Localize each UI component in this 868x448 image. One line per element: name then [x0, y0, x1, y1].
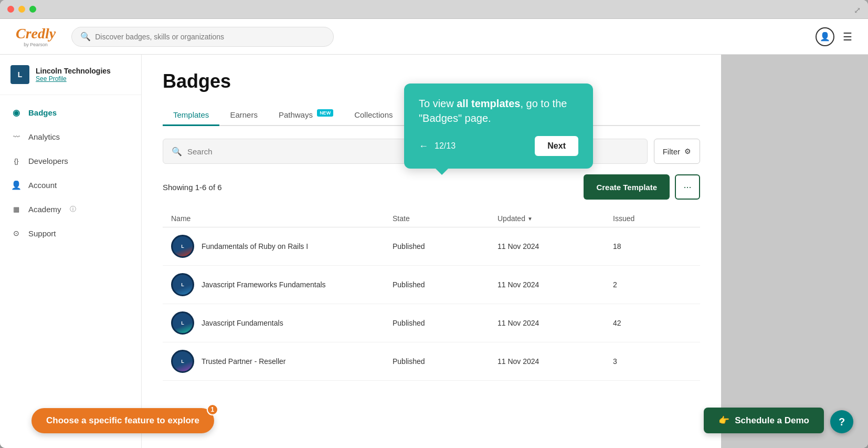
analytics-icon: 〰	[10, 131, 22, 142]
badge-name-cell: L Fundamentals of Ruby on Rails I	[171, 235, 393, 258]
grey-right-panel	[721, 55, 868, 448]
badge-icon: L	[171, 273, 194, 296]
sidebar-item-developers[interactable]: {} Developers	[0, 149, 141, 173]
table-row[interactable]: L Trusted Partner - Reseller Published 1…	[163, 342, 700, 381]
org-avatar: L	[10, 65, 29, 84]
tooltip-nav: ← 12/13	[419, 141, 456, 152]
sidebar-item-label-badges: Badges	[28, 108, 57, 117]
table-row[interactable]: L Javascript Frameworks Fundamentals Pub…	[163, 266, 700, 304]
user-avatar-icon: 👤	[820, 32, 830, 41]
table-row[interactable]: L Javascript Fundamentals Published 11 N…	[163, 304, 700, 342]
global-search-bar[interactable]: 🔍	[71, 27, 334, 47]
search-icon: 🔍	[172, 147, 182, 157]
sidebar-item-account[interactable]: 👤 Account	[0, 173, 141, 197]
showing-text: Showing 1-6 of 6	[163, 183, 222, 192]
logo-text: Credly	[16, 25, 56, 41]
filter-label: Filter	[663, 147, 680, 156]
fullscreen-button[interactable]	[29, 6, 36, 13]
badge-icon: L	[171, 311, 194, 335]
sidebar-item-academy[interactable]: ▦ Academy ⓘ	[0, 197, 141, 221]
tooltip-overlay: To view all templates, go to the "Badges…	[404, 84, 593, 169]
academy-icon: ▦	[10, 203, 22, 215]
schedule-demo-button[interactable]: 👉 Schedule a Demo	[704, 408, 824, 433]
more-options-button[interactable]: ···	[675, 174, 700, 200]
support-icon: ⊙	[10, 227, 22, 239]
col-name: Name	[171, 214, 393, 223]
sidebar-item-label-developers: Developers	[28, 157, 68, 165]
help-icon: ?	[839, 416, 845, 428]
actions-row: Showing 1-6 of 6 Create Template ···	[163, 174, 700, 200]
tooltip-footer: ← 12/13 Next	[419, 136, 578, 156]
demo-label: Schedule a Demo	[735, 415, 809, 426]
account-icon: 👤	[10, 179, 22, 191]
badge-icon: L	[171, 350, 194, 373]
nav-right: 👤 ☰	[816, 27, 852, 46]
filter-button[interactable]: Filter ⚙	[654, 139, 700, 164]
explore-features-button[interactable]: Choose a specific feature to explore 1	[31, 408, 214, 433]
close-button[interactable]	[7, 6, 14, 13]
see-profile-link[interactable]: See Profile	[36, 75, 111, 82]
table-header: Name State Updated ▼ Issued	[163, 210, 700, 227]
badge-name-cell: L Javascript Frameworks Fundamentals	[171, 273, 393, 296]
sidebar-item-badges[interactable]: ◉ Badges	[0, 100, 141, 124]
minimize-button[interactable]	[18, 6, 25, 13]
tooltip-arrow	[436, 169, 448, 175]
sidebar-item-label-analytics: Analytics	[28, 132, 60, 141]
org-name: Lincoln Technologies	[36, 67, 111, 75]
tooltip-text: To view all templates, go to the "Badges…	[419, 96, 578, 126]
logo[interactable]: Credly by Pearson	[16, 26, 56, 47]
user-icon[interactable]: 👤	[816, 27, 834, 46]
tooltip-next-button[interactable]: Next	[535, 136, 578, 156]
badge-icon: L	[171, 235, 194, 258]
sidebar-item-analytics[interactable]: 〰 Analytics	[0, 124, 141, 149]
create-template-button[interactable]: Create Template	[584, 174, 670, 200]
sidebar-item-label-academy: Academy	[28, 205, 61, 214]
sort-icon: ▼	[527, 216, 533, 222]
tab-collections[interactable]: Collections	[344, 105, 403, 126]
new-badge: NEW	[317, 109, 333, 117]
table-row[interactable]: L Fundamentals of Ruby on Rails I Publis…	[163, 227, 700, 266]
tooltip-back-arrow[interactable]: ←	[419, 141, 428, 152]
academy-info-icon: ⓘ	[70, 205, 76, 214]
explore-badge: 1	[207, 404, 218, 415]
col-issued: Issued	[613, 214, 692, 223]
sidebar-item-support[interactable]: ⊙ Support	[0, 221, 141, 245]
badge-name-cell: L Trusted Partner - Reseller	[171, 350, 393, 373]
col-updated[interactable]: Updated ▼	[497, 214, 613, 223]
actions-right: Create Template ···	[584, 174, 700, 200]
hamburger-menu-icon[interactable]: ☰	[843, 30, 852, 43]
explore-label: Choose a specific feature to explore	[46, 415, 199, 426]
search-icon: 🔍	[80, 32, 91, 41]
org-header: L Lincoln Technologies See Profile	[0, 65, 141, 95]
logo-sub: by Pearson	[16, 42, 56, 47]
badges-icon: ◉	[10, 107, 22, 118]
title-bar: ⤢	[0, 0, 868, 19]
filter-icon: ⚙	[684, 147, 691, 155]
tab-earners[interactable]: Earners	[219, 105, 268, 126]
tooltip-progress: 12/13	[435, 141, 456, 151]
help-button[interactable]: ?	[830, 410, 853, 433]
sidebar: L Lincoln Technologies See Profile ◉ Bad…	[0, 55, 142, 448]
sidebar-item-label-support: Support	[28, 229, 56, 238]
content-area: Badges Templates Earners Pathways NEW Co…	[142, 55, 721, 448]
tab-pathways[interactable]: Pathways NEW	[268, 105, 344, 126]
tab-templates[interactable]: Templates	[163, 105, 219, 126]
badge-name-cell: L Javascript Fundamentals	[171, 311, 393, 335]
col-state: State	[393, 214, 497, 223]
demo-emoji-icon: 👉	[718, 415, 729, 426]
developers-icon: {}	[10, 155, 22, 166]
sidebar-item-label-account: Account	[28, 181, 57, 190]
top-nav: Credly by Pearson 🔍 👤 ☰	[0, 19, 868, 55]
expand-icon[interactable]: ⤢	[854, 5, 861, 15]
global-search-input[interactable]	[95, 33, 325, 41]
